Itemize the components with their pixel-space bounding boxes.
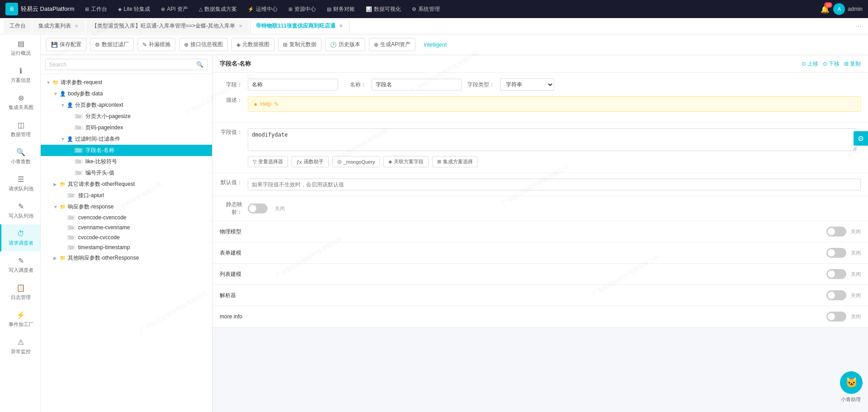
- tree-node-api-url[interactable]: Str 接口-apiurl: [41, 190, 212, 201]
- value-textarea[interactable]: dmodifydate: [248, 128, 857, 151]
- supplement-button[interactable]: ✎ 补漏措施: [137, 38, 175, 51]
- tree-node-timestamp[interactable]: Str timestamp-timestamp: [41, 242, 212, 252]
- tree-node-other-req[interactable]: ▶ 📁 其它请求参数-otherRequest: [41, 179, 212, 190]
- history-button[interactable]: 🕐 历史版本: [325, 38, 365, 51]
- expand-icon-req[interactable]: ▼: [46, 80, 51, 85]
- expand-icon-other-resp[interactable]: ▶: [53, 256, 58, 260]
- expand-icon-filter[interactable]: ▼: [61, 137, 65, 142]
- parser-section: 解析器 关闭: [212, 285, 868, 306]
- tree-node-cvenname[interactable]: Str cvenname-cvenname: [41, 223, 212, 232]
- toolbar: 💾 保存配置 ⚙ 数据过滤厂 ✎ 补漏措施 ⊕ 接口信息视图 ◈ 元数据视图 ⊞: [41, 34, 868, 55]
- sidebar-item-event-factory[interactable]: ⚡ 事件加工厂: [0, 306, 40, 333]
- logo[interactable]: 云 轻易云 DataPlatform: [5, 3, 74, 15]
- nav-resource[interactable]: ⊞ 资源中心: [284, 0, 321, 18]
- search-input-wrap[interactable]: 🔍: [45, 59, 208, 70]
- sidebar-item-error-monitor[interactable]: ⚠ 异常监控: [0, 333, 40, 360]
- tree-node-prefix[interactable]: Str 编号开头-值: [41, 167, 212, 179]
- var-selector-button[interactable]: ▽ 变量选择器: [248, 156, 288, 167]
- sidebar-item-xiaozhu[interactable]: 🔍 小青查数: [0, 143, 40, 170]
- tree-node-like[interactable]: Str like-比较符号: [41, 156, 212, 167]
- meta-view-button[interactable]: ◈ 元数据视图: [231, 38, 274, 51]
- tab-integration-list[interactable]: 集成方案列表 ✕: [33, 19, 85, 33]
- table-model-toggle[interactable]: [826, 248, 846, 258]
- sidebar-item-write-scheduler[interactable]: ✎ 写入调度者: [0, 251, 40, 279]
- search-input[interactable]: [49, 62, 196, 68]
- gen-api-icon: ⊕: [374, 42, 378, 48]
- tab-close-integration[interactable]: ✕: [74, 23, 79, 29]
- tab-workbench[interactable]: 工作台: [4, 19, 32, 33]
- settings-float-button[interactable]: ⚙: [854, 131, 868, 146]
- move-up-button[interactable]: ⊙ 上移: [802, 60, 818, 68]
- admin-info[interactable]: A admin: [833, 3, 863, 15]
- field-input[interactable]: [248, 79, 338, 90]
- side-nav: ▤ 运行概况 ℹ 方案信息 ⊛ 集成关系图 ◫ 数据管理 🔍 小青查数 ☰ 请求…: [0, 34, 41, 412]
- nav-workbench[interactable]: ⊞ 工作台: [80, 0, 112, 18]
- gen-api-button[interactable]: ⊕ 生成API资产: [369, 38, 415, 51]
- expand-icon-other-req[interactable]: ▶: [53, 182, 58, 187]
- more-info-toggle[interactable]: [826, 312, 846, 322]
- tab-current[interactable]: 帝特物联111张套供应商到旺店通 ✕: [250, 19, 349, 33]
- tree-node-cvencode[interactable]: Str cvencode-cvencode: [41, 213, 212, 223]
- nav-api[interactable]: ⊕ API 资产: [156, 0, 193, 18]
- name-input[interactable]: [372, 79, 462, 90]
- static-map-toggle[interactable]: [248, 204, 268, 213]
- sidebar-item-relation-map[interactable]: ⊛ 集成关系图: [0, 89, 40, 116]
- search-icon[interactable]: 🔍: [196, 61, 203, 68]
- sidebar-item-solution-info[interactable]: ℹ 方案信息: [0, 62, 40, 89]
- xiaozhu-assistant[interactable]: 🐱: [840, 371, 863, 394]
- help-text: Help: [260, 101, 271, 107]
- tree-node-other-resp[interactable]: ▶ 📁 其他响应参数-otherResponse: [41, 252, 212, 264]
- intelligent-button[interactable]: intelligent: [419, 39, 451, 50]
- nav-ops[interactable]: ⚡ 运维中心: [243, 0, 282, 18]
- nav-data-collect[interactable]: △ 数据集成方案: [194, 0, 241, 18]
- search-box: 🔍: [41, 55, 212, 74]
- mongo-query-button[interactable]: ◎ _mongoQuery: [332, 156, 380, 167]
- parser-toggle[interactable]: [826, 290, 846, 300]
- notification-bell[interactable]: 🔔 10: [821, 5, 830, 14]
- func-helper-button[interactable]: ƒx 函数助手: [292, 156, 329, 167]
- list-model-toggle[interactable]: [826, 269, 846, 279]
- interface-view-button[interactable]: ⊕ 接口信息视图: [179, 38, 228, 51]
- related-field-button[interactable]: ◈ 关联方案字段: [383, 156, 429, 167]
- tree-node-page-size[interactable]: Str 分页大小-pagesize: [41, 111, 212, 122]
- sidebar-item-data-mgmt[interactable]: ◫ 数据管理: [0, 116, 40, 143]
- save-config-button[interactable]: 💾 保存配置: [46, 38, 86, 51]
- physical-model-toggle[interactable]: [826, 227, 846, 237]
- expand-icon-resp[interactable]: ▼: [53, 204, 58, 209]
- tree-node-page-params[interactable]: ▼ 👤 分页参数-apicontext: [41, 99, 212, 111]
- sidebar-item-req-scheduler[interactable]: ⏱ 请求调度者: [0, 224, 40, 251]
- req-queue-icon: ☰: [18, 175, 24, 184]
- tree-node-body[interactable]: ▼ 👤 body参数-data: [41, 88, 212, 99]
- nav-data-viz[interactable]: 📊 数据可视化: [361, 0, 406, 18]
- type-select[interactable]: 字符串 数字 布尔值 数组 对象 日期: [500, 78, 554, 91]
- tab-close-current[interactable]: ✕: [338, 23, 344, 29]
- copy-meta-button[interactable]: ⊞ 复制元数据: [278, 38, 321, 51]
- tree-node-cvccode[interactable]: Str cvccode-cvccode: [41, 232, 212, 242]
- tab-close-inbound[interactable]: ✕: [238, 23, 243, 29]
- nav-lite[interactable]: ◈ Lite 轻集成: [113, 0, 155, 18]
- tab-inbound[interactable]: 【类型退货预入库】旺店通-入库单管理==>金蝶-其他入库单 ✕: [86, 19, 249, 33]
- nav-finance[interactable]: ▤ 财务对账: [322, 0, 359, 18]
- expand-icon-page[interactable]: ▼: [61, 103, 65, 108]
- tree-node-resp-params[interactable]: ▼ 📁 响应参数-response: [41, 201, 212, 213]
- expand-icon-body[interactable]: ▼: [53, 91, 58, 96]
- copy-field-button[interactable]: ⊞ 复制: [844, 60, 861, 68]
- tree-node-filter-time[interactable]: ▼ 👤 过滤时间-过滤条件: [41, 133, 212, 145]
- solution-select-button[interactable]: ⊞ 集成方案选择: [432, 156, 478, 167]
- sidebar-item-write-queue[interactable]: ✎ 写入队列池: [0, 197, 40, 224]
- move-down-button[interactable]: ⊙ 下移: [823, 60, 840, 68]
- physical-model-toggle-wrap: 关闭: [826, 227, 861, 237]
- default-input[interactable]: [248, 179, 861, 190]
- help-edit-icon[interactable]: ✎: [274, 101, 279, 108]
- sidebar-item-overview[interactable]: ▤ 运行概况: [0, 34, 40, 62]
- tree-node-field-name[interactable]: Str 字段名-名称: [41, 145, 212, 156]
- tab-more-button[interactable]: ⋯: [853, 23, 864, 30]
- sidebar-item-log-mgmt[interactable]: 📋 日志管理: [0, 279, 40, 306]
- data-filter-button[interactable]: ⚙ 数据过滤厂: [90, 38, 134, 51]
- tree-node-page-index[interactable]: Str 页码-pageindex: [41, 122, 212, 133]
- solution-info-icon: ℹ: [19, 66, 22, 75]
- tree-node-req-params[interactable]: ▼ 📁 请求参数-request: [41, 77, 212, 88]
- more-info-toggle-wrap: 关闭: [826, 312, 861, 322]
- nav-sys[interactable]: ⚙ 系统管理: [407, 0, 444, 18]
- sidebar-item-req-queue[interactable]: ☰ 请求队列池: [0, 170, 40, 197]
